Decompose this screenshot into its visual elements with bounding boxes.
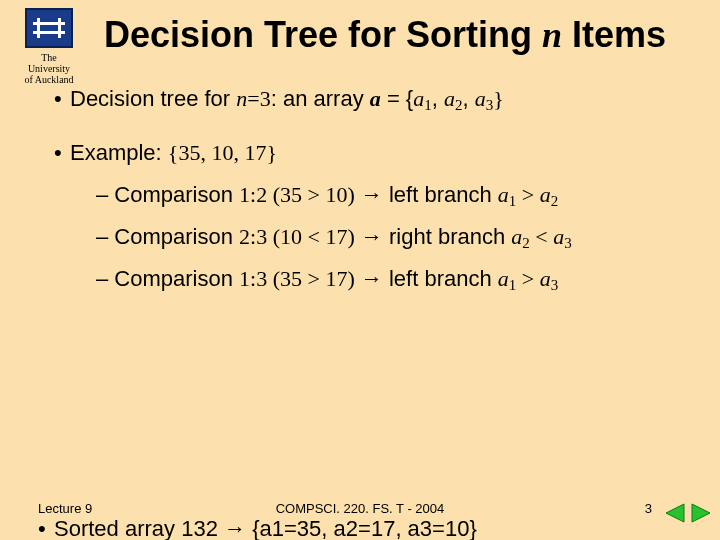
course-label: COMPSCI. 220. FS. T - 2004 (276, 501, 445, 516)
sorted-array-line: •Sorted array 132 → {a1=35, a2=17, a3=10… (38, 516, 678, 540)
nav-buttons (662, 502, 714, 528)
prev-slide-icon[interactable] (662, 502, 686, 524)
comparison-3: – Comparison 1:3 (35 > 17) → left branch… (96, 262, 684, 302)
svg-marker-4 (666, 504, 684, 522)
next-slide-icon[interactable] (690, 502, 714, 524)
svg-rect-2 (37, 18, 40, 38)
bullet-example: •Example: {35, 10, 17} (38, 136, 684, 170)
comparison-list: – Comparison 1:2 (35 > 10) → left branch… (38, 178, 684, 302)
bullet-decision-tree: •Decision tree for n=3: an array a = {a1… (38, 82, 684, 122)
svg-marker-5 (692, 504, 710, 522)
comparison-2: – Comparison 2:3 (10 < 17) → right branc… (96, 220, 684, 260)
lecture-label: Lecture 9 (38, 501, 92, 516)
comparison-1: – Comparison 1:2 (35 > 10) → left branch… (96, 178, 684, 218)
slide-title: Decision Tree for Sorting n Items (0, 0, 720, 64)
svg-rect-3 (58, 18, 61, 38)
crest-icon (25, 8, 73, 48)
logo-text: The University of Auckland (18, 52, 80, 85)
page-number: 3 (645, 501, 652, 516)
university-logo-block: The University of Auckland (18, 8, 80, 85)
slide-body: •Decision tree for n=3: an array a = {a1… (0, 64, 720, 302)
